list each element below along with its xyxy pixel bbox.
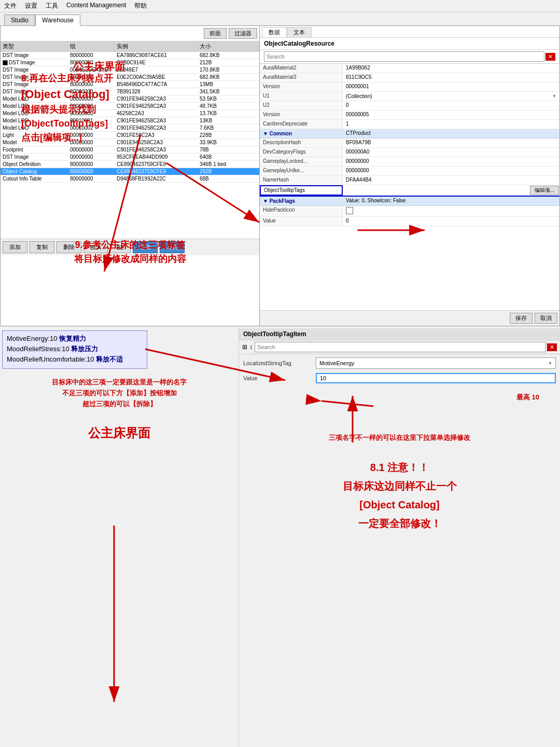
file-row[interactable]: Footprint00000000C901FE946258C2A378B	[1, 146, 259, 154]
common-section-name: ▼ Common	[260, 129, 343, 138]
file-row[interactable]: DST Image80000000B548496DC477AC7A13MB	[1, 81, 259, 88]
tooltip-preview: MotiveEnergy:10 恢复精力 MoodReliefStress:10…	[2, 330, 147, 369]
top-section: 公主床界面 8.再在公主床列表点开 [Object Catalog] 根据箭头提…	[0, 25, 560, 326]
prop-row: CanItemDepreciate1	[260, 120, 559, 129]
prop-row: GameplayUnlke...00000000	[260, 167, 559, 176]
file-row[interactable]: Model00000000C901E946258C2A333.9KB	[1, 139, 259, 146]
right-tabs: 数据 文本	[260, 26, 559, 38]
bottom-right: ObjectTooltipTagItem ⊞ ↕ ✕ LocalizedStri…	[239, 328, 560, 747]
file-row-type: DST Image	[1, 52, 68, 59]
props-list: AuralMaterial21A99B062AuralMaterial3811C…	[260, 64, 559, 310]
left-bottom-toolbar: 添加 复制 删除 BLA BE 导出 导入	[1, 239, 259, 255]
br-search-box: ✕	[255, 342, 557, 352]
search-clear-button[interactable]: ✕	[545, 53, 555, 61]
prop-row: AuralMaterial3811C9DC5	[260, 73, 559, 82]
br-icon1: ⊞	[242, 343, 247, 351]
file-row-type: DST Image	[1, 66, 68, 73]
file-list-header: 类型 组 实例 大小	[1, 42, 259, 52]
br-search-input[interactable]	[255, 342, 546, 352]
file-row[interactable]: Object Definition80000000CE8904623759CFE…	[1, 161, 259, 168]
tab-warehouse[interactable]: Warehouse	[35, 15, 80, 26]
search-input[interactable]	[264, 51, 544, 62]
file-row[interactable]: Cutout Info Table80000000D94868FB1992A22…	[1, 175, 259, 183]
common-section-header: ▼ Common CTProduct	[260, 129, 559, 139]
packflags-section-header: ▼ PackFlags Value: 0, ShowIcon: False	[260, 197, 559, 206]
br-search-clear[interactable]: ✕	[547, 343, 557, 351]
bla-btn[interactable]: BLA	[83, 241, 108, 253]
save-button[interactable]: 保存	[510, 313, 533, 324]
file-row[interactable]: Light00000000C901FE58C2A3228B	[1, 132, 259, 139]
prop-row: Version00000001	[260, 82, 559, 92]
filter-button[interactable]: 过滤器	[229, 28, 257, 39]
file-row-type: Cutout Info Table	[1, 175, 68, 182]
file-row-type: Object Definition	[1, 161, 68, 168]
file-list: DST Image80000000EA7886C9087ACE61682.8KB…	[1, 52, 259, 239]
br-prop-name-tag: LocalizedStringTag	[243, 360, 316, 366]
file-row[interactable]: Object Catalog80000000CE8904623759CFE929…	[1, 168, 259, 175]
file-row[interactable]: Model LOD00000000C901FE946258C2A353.5KB	[1, 95, 259, 103]
note-max: 最高 10	[239, 391, 560, 402]
prop-row: AuralMaterial21A99B062	[260, 64, 559, 73]
file-row-type: Model	[1, 139, 68, 146]
file-row-type: Model LOD	[1, 125, 68, 131]
prop-row: GameplayLocked...00000000	[260, 157, 559, 167]
menu-settings[interactable]: 设置	[25, 2, 37, 10]
file-row[interactable]: DST Image80000000E0E2C00AC39A5BE682.8KB	[1, 74, 259, 81]
file-row[interactable]: Model LOD00010001C901FE946258C2A313KB	[1, 117, 259, 125]
import-btn[interactable]: 导入	[160, 241, 185, 253]
be-btn[interactable]: BE	[110, 241, 131, 253]
prop-row: DevCategoryFlags000000A0	[260, 148, 559, 157]
file-row-type: Footprint	[1, 146, 68, 153]
tab-data[interactable]: 数据	[262, 27, 287, 37]
note-dropdown: 三项名字不一样的可以在这里下拉菜单选择修改	[239, 402, 560, 448]
br-prop-name-value: Value	[243, 375, 316, 381]
file-row[interactable]: DST Image00000000953CFFEAB44DD909640B	[1, 154, 259, 161]
br-prop-row-tag: LocalizedStringTag MotiveEnergy	[243, 357, 556, 369]
file-row-type: DST Image	[1, 74, 68, 80]
file-row[interactable]: DST Image80000000C1B0C914E212B	[1, 59, 259, 66]
file-row-type: Light	[1, 132, 68, 139]
tab-text[interactable]: 文本	[287, 27, 312, 37]
princess-label: 公主床界面	[2, 425, 236, 441]
add-btn[interactable]: 添加	[3, 241, 27, 253]
copy-btn[interactable]: 复制	[30, 241, 54, 253]
menu-tools[interactable]: 工具	[46, 2, 58, 10]
menu-help[interactable]: 帮助	[134, 2, 147, 10]
tab-studio[interactable]: Studio	[4, 15, 35, 25]
menu-file[interactable]: 文件	[4, 2, 17, 10]
left-panel: 前面 过滤器 类型 组 实例 大小 DST Image80000000EA788…	[1, 26, 260, 326]
cancel-button[interactable]: 取消	[535, 313, 557, 324]
file-row[interactable]: DST Image80000000EA7886C9087ACE61682.8KB	[1, 52, 259, 59]
delete-btn[interactable]: 删除	[57, 241, 81, 253]
prop-row: DescriptionHashBF09A79B	[260, 139, 559, 148]
save-row: 保存 取消	[260, 310, 559, 326]
prop-row: Value0	[260, 217, 559, 226]
prop-row: Version00000005	[260, 110, 559, 120]
prev-button[interactable]: 前面	[204, 28, 227, 39]
note-text: 目标床中的这三项一定要跟这里是一样的名字 不足三项的可以下方【添加】按钮增加 超…	[2, 377, 236, 409]
file-row-type: DST Image	[1, 59, 68, 66]
prop-row: U20	[260, 101, 559, 110]
tooltip-tags-row: ObjectTooltipTags 编辑项...	[260, 185, 559, 197]
menu-content[interactable]: Content Management	[66, 2, 126, 10]
file-row[interactable]: Model LOD00000000C901FE946258C2A348.7KB	[1, 103, 259, 110]
prop-row: HidePackIcon	[260, 206, 559, 217]
tabbar: Studio Warehouse	[0, 12, 560, 25]
tooltip-line-2: MoodReliefStress:10 释放压力	[7, 344, 143, 354]
edit-tooltip-button[interactable]: 编辑项...	[530, 186, 559, 195]
br-prop-value-value[interactable]: 10	[316, 373, 556, 383]
br-prop-value-tag[interactable]: MotiveEnergy	[316, 357, 556, 369]
export-btn[interactable]: 导出	[133, 241, 158, 253]
file-row[interactable]: Model LOD0000000046258C2A313.7KB	[1, 110, 259, 117]
file-row-type: DST Image	[1, 81, 68, 88]
file-row[interactable]: Model LOD00010002C901FE946258C2A37.6KB	[1, 125, 259, 132]
file-row-type: Model LOD	[1, 95, 68, 102]
file-row[interactable]: DST Image800000007B991328341.5KB	[1, 88, 259, 95]
search-row: ✕	[260, 50, 559, 64]
prop-row: NameHashDFAA44B4	[260, 176, 559, 185]
br-toolbar: ⊞ ↕ ✕	[239, 340, 560, 354]
bottom-section: MotiveEnergy:10 恢复精力 MoodReliefStress:10…	[0, 328, 560, 747]
right-panel: 数据 文本 ObjectCatalogResource ✕ AuralMater…	[260, 26, 559, 326]
bottom-left: MotiveEnergy:10 恢复精力 MoodReliefStress:10…	[0, 328, 239, 747]
file-row[interactable]: DST Image00B0E2DE438E72E348E7170.8KB	[1, 66, 259, 74]
